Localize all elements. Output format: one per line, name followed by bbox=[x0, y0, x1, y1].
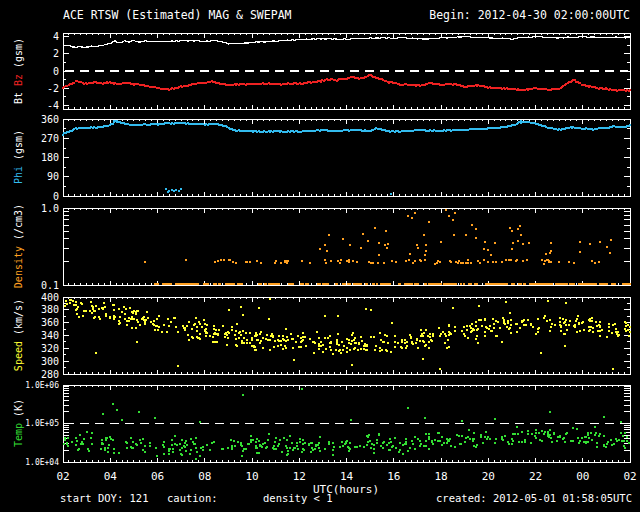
svg-text:02: 02 bbox=[623, 470, 636, 483]
ylabel-part: Phi bbox=[13, 166, 24, 184]
svg-text:1.0E+05: 1.0E+05 bbox=[25, 419, 59, 428]
svg-text:1.0E+06: 1.0E+06 bbox=[25, 381, 59, 390]
svg-text:22: 22 bbox=[529, 470, 542, 483]
svg-text:20: 20 bbox=[482, 470, 495, 483]
svg-text:280: 280 bbox=[41, 369, 59, 380]
svg-text:16: 16 bbox=[387, 470, 400, 483]
svg-text:380: 380 bbox=[41, 304, 59, 315]
svg-text:1.0: 1.0 bbox=[41, 203, 59, 214]
footer-caution-value: density < 1 bbox=[263, 492, 333, 504]
svg-text:360: 360 bbox=[41, 317, 59, 328]
svg-text:12: 12 bbox=[293, 470, 306, 483]
footer-caution-label: caution: bbox=[167, 492, 218, 504]
ylabel-part: Temp bbox=[13, 423, 24, 447]
svg-text:-4: -4 bbox=[47, 100, 59, 111]
svg-text:0.1: 0.1 bbox=[41, 280, 59, 291]
svg-text:300: 300 bbox=[41, 356, 59, 367]
ace-rtsw-plot-screen: ACE RTSW (Estimated) MAG & SWEPAM Begin:… bbox=[0, 0, 640, 512]
svg-text:4: 4 bbox=[53, 31, 59, 42]
svg-text:180: 180 bbox=[41, 152, 59, 163]
ylabel-part: Bt bbox=[13, 86, 24, 104]
svg-text:18: 18 bbox=[434, 470, 447, 483]
svg-text:2: 2 bbox=[53, 48, 59, 59]
footer-created-timestamp: created: 2012-05-01 01:58:05UTC bbox=[436, 492, 632, 504]
ylabel-speed: Speed (km/s) bbox=[13, 299, 24, 371]
plot-canvas: -4-20240901802703600.11.0280300320340360… bbox=[0, 0, 640, 512]
ylabel-temp: Temp (K) bbox=[13, 399, 24, 447]
svg-text:00: 00 bbox=[576, 470, 589, 483]
ylabel-part: (km/s) bbox=[13, 299, 24, 341]
svg-text:400: 400 bbox=[41, 292, 59, 303]
svg-text:340: 340 bbox=[41, 330, 59, 341]
ylabel-part: Speed bbox=[13, 341, 24, 371]
ylabel-part: (/cm3) bbox=[13, 204, 24, 246]
ylabel-bt-bz: Bt Bz (gsm) bbox=[13, 38, 24, 104]
ylabel-part: Bz bbox=[13, 74, 24, 86]
svg-text:06: 06 bbox=[151, 470, 164, 483]
svg-text:04: 04 bbox=[104, 470, 118, 483]
footer-start-doy: start DOY: 121 bbox=[60, 492, 149, 504]
svg-text:1.0E+04: 1.0E+04 bbox=[25, 458, 59, 467]
svg-text:10: 10 bbox=[245, 470, 258, 483]
svg-text:320: 320 bbox=[41, 343, 59, 354]
svg-text:0: 0 bbox=[53, 66, 59, 77]
svg-text:360: 360 bbox=[41, 114, 59, 125]
ylabel-density: Density (/cm3) bbox=[13, 204, 24, 288]
svg-text:90: 90 bbox=[47, 171, 59, 182]
svg-text:270: 270 bbox=[41, 133, 59, 144]
ylabel-part: (K) bbox=[13, 399, 24, 423]
ylabel-part: Density bbox=[13, 246, 24, 288]
svg-text:08: 08 bbox=[198, 470, 211, 483]
svg-text:-2: -2 bbox=[47, 83, 59, 94]
ylabel-phi: Phi (gsm) bbox=[13, 130, 24, 184]
ylabel-part: (gsm) bbox=[13, 38, 24, 74]
ylabel-part: (gsm) bbox=[13, 130, 24, 166]
svg-text:02: 02 bbox=[56, 470, 69, 483]
svg-text:0: 0 bbox=[53, 191, 59, 202]
svg-text:14: 14 bbox=[340, 470, 354, 483]
